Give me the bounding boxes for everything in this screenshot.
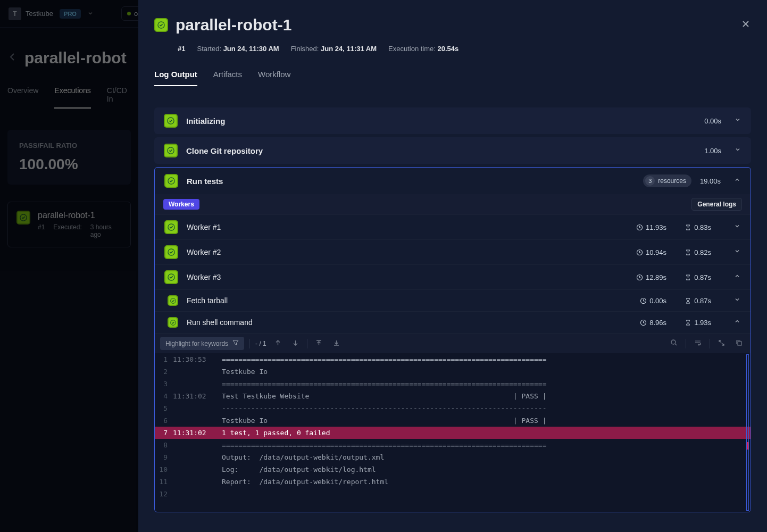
filter-icon [232,339,239,347]
success-icon [164,245,178,259]
success-icon [164,144,178,157]
wait-time: 0.87s [675,273,711,281]
exec-time-value: 20.54s [438,45,459,53]
worker-row[interactable]: Worker #3 12.89s 0.87s [155,264,751,289]
expand-icon[interactable] [715,339,728,348]
log-line: 12 [155,488,751,500]
log-line: 3=======================================… [155,378,751,390]
execution-panel: parallel-robot-1 #1 Started: Jun 24, 11:… [138,0,767,532]
log-line: 10Log: /data/output-webkit/log.html [155,463,751,476]
worker-row[interactable]: Worker #2 10.94s 0.82s [155,239,751,264]
tab-log-output[interactable]: Log Output [154,70,197,86]
arrow-up-icon[interactable] [272,339,284,348]
resources-badge: 3 resources [643,174,691,187]
svg-rect-16 [738,342,741,345]
wrap-icon[interactable] [691,339,704,348]
wait-time: 0.82s [675,248,711,256]
run-time: 0.00s [630,297,666,305]
svg-point-15 [671,340,676,344]
exec-time-label: Execution time: [388,45,436,53]
sub-step-row[interactable]: Run shell command 8.96s 1.93s [155,311,751,333]
general-logs-pill[interactable]: General logs [691,198,742,211]
worker-row[interactable]: Worker #1 11.93s 0.83s [155,214,751,239]
success-icon [154,18,168,32]
log-minimap[interactable] [746,354,749,511]
tab-artifacts[interactable]: Artifacts [213,70,242,86]
toggle-icon [720,318,741,327]
toggle-icon [720,272,741,282]
worker-name: Worker #1 [187,223,622,231]
started-value: Jun 24, 11:30 AM [223,45,279,53]
log-toolbar: Highlight for keywords - / 1 [155,333,751,353]
wait-time: 0.87s [675,297,711,305]
wait-time: 1.93s [675,319,711,327]
started-label: Started: [197,45,221,53]
step-name: Initializing [186,117,696,126]
sub-step-name: Fetch tarball [187,296,622,305]
log-line: 9Output: /data/output-webkit/output.xml [155,451,751,463]
panel-title: parallel-robot-1 [176,16,291,34]
copy-icon[interactable] [733,339,745,348]
success-icon [164,174,178,188]
execution-meta: #1 Started: Jun 24, 11:30 AM Finished: J… [178,45,751,53]
step-run-tests-header[interactable]: Run tests 3 resources 19.00s [155,168,751,194]
log-line: 6Testkube Io | PASS | [155,414,751,427]
step-time: 1.00s [704,147,721,155]
success-icon [168,317,178,328]
success-icon [168,295,178,306]
log-line: 111:30:53===============================… [155,353,751,365]
run-time: 11.93s [630,223,666,231]
log-line: 411:31:02Test Testkube Website | PASS | [155,390,751,402]
log-view: 111:30:53===============================… [155,353,751,512]
resources-count: 3 [645,176,655,186]
step-name: Clone Git repository [186,146,696,155]
chevron-up-icon [733,176,741,186]
finished-value: Jun 24, 11:31 AM [321,45,377,53]
search-icon[interactable] [668,339,680,348]
tab-workflow[interactable]: Workflow [258,70,290,86]
scroll-top-icon[interactable] [313,339,325,348]
worker-name: Worker #3 [187,273,622,281]
log-line: 5---------------------------------------… [155,402,751,414]
log-line: 8=======================================… [155,439,751,451]
finished-label: Finished: [291,45,319,53]
success-icon [164,220,178,234]
step-clone[interactable]: Clone Git repository 1.00s [154,137,751,164]
step-initializing[interactable]: Initializing 0.00s [154,107,751,134]
step-time: 19.00s [700,177,721,185]
run-time: 8.96s [630,319,666,327]
execution-id: #1 [178,45,185,53]
sub-step-row[interactable]: Fetch tarball 0.00s 0.87s [155,289,751,311]
panel-tabs: Log Output Artifacts Workflow [154,70,751,86]
wait-time: 0.83s [675,223,711,231]
chevron-down-icon [734,146,741,155]
arrow-down-icon[interactable] [289,339,302,348]
log-line: 2Testkube Io [155,365,751,378]
close-icon[interactable] [740,19,751,32]
toggle-icon [720,247,741,257]
success-icon [164,114,178,128]
chevron-down-icon [734,116,741,126]
log-line: 11Report: /data/output-webkit/report.htm… [155,476,751,488]
workers-pill[interactable]: Workers [163,199,199,210]
pager: - / 1 [255,340,266,347]
step-run-tests-expanded: Run tests 3 resources 19.00s Workers Gen… [154,167,751,512]
run-time: 12.89s [630,273,666,281]
step-name: Run tests [187,177,635,186]
toggle-icon [720,296,741,305]
highlight-input[interactable]: Highlight for keywords [160,337,244,350]
toggle-icon [720,222,741,232]
scroll-bottom-icon[interactable] [330,339,343,348]
sub-step-name: Run shell command [187,318,622,327]
workers-bar: Workers General logs [155,194,751,214]
log-line: 711:31:021 test, 1 passed, 0 failed [155,427,751,439]
step-time: 0.00s [704,117,721,125]
highlight-placeholder: Highlight for keywords [165,340,228,347]
run-time: 10.94s [630,248,666,256]
success-icon [164,270,178,284]
worker-name: Worker #2 [187,248,622,256]
resources-label: resources [658,177,686,185]
